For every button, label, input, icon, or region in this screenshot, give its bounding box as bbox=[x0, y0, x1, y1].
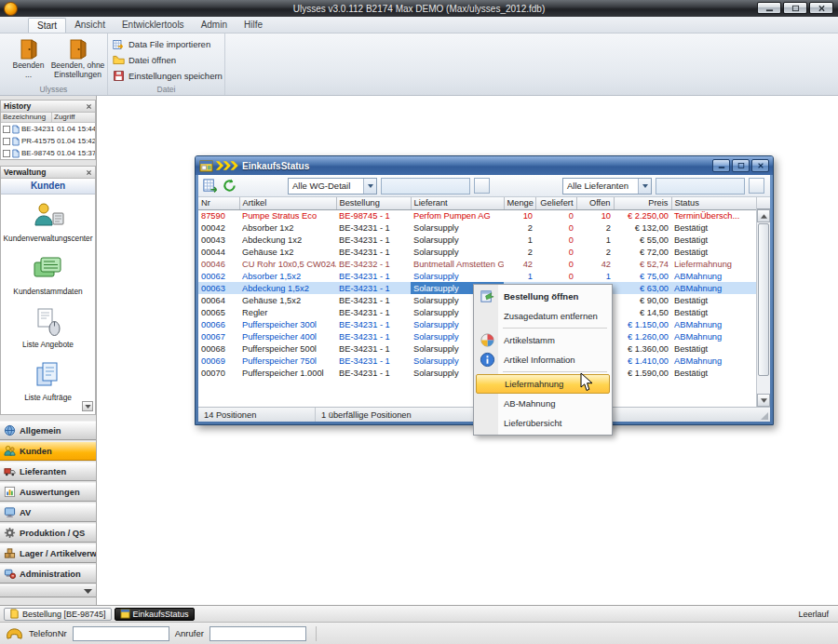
ribbon-button-datei-offnen[interactable]: Datei öffnen bbox=[113, 52, 224, 68]
minimize-button[interactable] bbox=[757, 2, 781, 14]
cell-menge: 1 bbox=[504, 234, 535, 246]
ribbon-button-beenden[interactable]: Beenden... bbox=[4, 35, 53, 79]
scrollbar-header-stub bbox=[757, 197, 770, 209]
wg-search-input[interactable] bbox=[381, 178, 470, 195]
cell-nr: 00063 bbox=[198, 282, 239, 294]
scroll-up-button[interactable] bbox=[757, 209, 770, 222]
nav-item-av[interactable]: AV bbox=[0, 503, 96, 522]
export-grid-icon[interactable] bbox=[202, 178, 218, 194]
menu-item-ab-mahnung[interactable]: AB-Mahnung bbox=[476, 394, 610, 413]
tab-admin[interactable]: Admin bbox=[193, 18, 236, 33]
menu-item-bestellung-offnen[interactable]: Bestellung öffnen bbox=[476, 287, 610, 306]
wg-filter-options-button[interactable] bbox=[474, 178, 490, 194]
history-panel-header[interactable]: History bbox=[1, 101, 95, 113]
history-row-be-98745[interactable]: BE-9874501.04 15:37 bbox=[1, 147, 95, 159]
ribbon-group-datei: Data File importierenDatei öffnenEinstel… bbox=[108, 34, 225, 95]
history-panel: History Bezeichnung Zugriff BE-3423101.0… bbox=[0, 100, 96, 160]
sidebar-item-kundenstammdaten[interactable]: Kundenstammdaten bbox=[1, 251, 95, 304]
mouse-cursor bbox=[580, 372, 593, 392]
nav-item-produktion-qs[interactable]: Produktion / QS bbox=[0, 523, 96, 543]
cell-nr: 00064 bbox=[198, 294, 239, 306]
column-header-lieferant[interactable]: Lieferant bbox=[411, 197, 504, 209]
cell-bestellung: BE-34231 - 1 bbox=[336, 342, 411, 355]
cell-bestellung: BE-98745 - 1 bbox=[336, 209, 411, 221]
cell-artikel: Gehäuse 1x2 bbox=[239, 246, 336, 258]
column-header-geliefert[interactable]: Geliefert bbox=[535, 197, 576, 209]
einkaufsstatus-titlebar[interactable]: EinkaufsStatus bbox=[196, 156, 773, 175]
nav-item-administration[interactable]: Administration bbox=[0, 564, 96, 584]
column-header-menge[interactable]: Menge bbox=[504, 197, 535, 209]
vertical-scrollbar[interactable] bbox=[756, 197, 770, 407]
maximize-button[interactable] bbox=[783, 2, 807, 14]
tab-hilfe[interactable]: Hilfe bbox=[236, 18, 271, 33]
lieferanten-filter-options-button[interactable] bbox=[749, 178, 764, 194]
maximize-button[interactable] bbox=[732, 159, 750, 172]
column-header-nr[interactable]: Nr bbox=[198, 197, 239, 209]
nav-item-auswertungen[interactable]: Auswertungen bbox=[0, 482, 96, 502]
cell-nr: 00068 bbox=[198, 342, 239, 355]
taskbar-tab-einkaufsstatus[interactable]: EinkaufsStatus bbox=[115, 608, 195, 621]
grid-row-00044[interactable]: 00044Gehäuse 1x2BE-34231 - 1Solarsupply2… bbox=[198, 246, 758, 258]
ribbon-button-data-file-importieren[interactable]: Data File importieren bbox=[113, 36, 224, 52]
cell-nr: 00069 bbox=[198, 355, 239, 367]
taskbar-tab-bestellung-be-98745[interactable]: Bestellung [BE-98745] bbox=[4, 608, 112, 621]
column-header-bestellung[interactable]: Bestellung bbox=[336, 197, 411, 209]
close-icon[interactable] bbox=[86, 169, 92, 176]
close-button[interactable] bbox=[809, 2, 833, 14]
scroll-down-button[interactable] bbox=[757, 394, 770, 407]
minimize-button[interactable] bbox=[712, 159, 730, 172]
arrow-up-icon bbox=[761, 214, 767, 219]
close-button[interactable] bbox=[751, 159, 769, 172]
column-header-status[interactable]: Status bbox=[671, 197, 758, 209]
cell-preis: € 132,00 bbox=[614, 221, 671, 234]
grid-row-00046[interactable]: 00046CU Rohr 10x0,5 CW024ABE-34232 - 1Bu… bbox=[198, 258, 758, 270]
verwaltung-panel-header[interactable]: Verwaltung bbox=[1, 167, 95, 179]
sidebar-item-liste-angebote[interactable]: Liste Angebote bbox=[1, 304, 95, 357]
cell-nr: 00067 bbox=[198, 330, 239, 342]
history-row-be-34231[interactable]: BE-3423101.04 15:44 bbox=[1, 123, 95, 135]
sidebar-item-liste-auftrage[interactable]: Liste Aufträge bbox=[1, 357, 95, 410]
close-icon[interactable] bbox=[86, 103, 92, 110]
column-header-preis[interactable]: Preis bbox=[614, 197, 671, 209]
cell-status: Bestätigt bbox=[671, 294, 758, 306]
cell-preis: € 1.590,00 bbox=[614, 367, 671, 379]
ribbon-button-beenden-ohne[interactable]: Beenden, ohneEinstellungen bbox=[53, 35, 102, 79]
scrollbar-thumb[interactable] bbox=[758, 223, 769, 376]
telefonnr-label: TelefonNr bbox=[29, 628, 67, 638]
history-col-zugriff[interactable]: Zugriff bbox=[52, 113, 95, 122]
telefonnr-input[interactable] bbox=[73, 626, 169, 641]
nav-item-allgemein[interactable]: Allgemein bbox=[0, 421, 96, 440]
sidebar-item-kundenverwaltungscenter[interactable]: Kundenverwaltungscenter bbox=[1, 198, 95, 251]
grid-row-00043[interactable]: 00043Abdeckung 1x2BE-34231 - 1Solarsuppl… bbox=[198, 234, 758, 246]
ribbon-button-einstellungen-speichern[interactable]: Einstellungen speichern bbox=[113, 68, 224, 84]
cell-lieferant: Buntmetall Amstetten Ge... bbox=[411, 258, 504, 270]
anrufer-input[interactable] bbox=[210, 626, 306, 641]
column-header-artikel[interactable]: Artikel bbox=[239, 197, 336, 209]
cell-preis: € 1.410,00 bbox=[614, 355, 671, 367]
menu-item-artikelstamm[interactable]: Artikelstamm bbox=[476, 330, 610, 350]
nav-overflow-strip[interactable] bbox=[0, 584, 96, 597]
menu-item-lieferubersicht[interactable]: Lieferübersicht bbox=[476, 413, 610, 433]
nav-item-lager-artikelverwaltung[interactable]: Lager / Artikelverwaltung bbox=[0, 543, 96, 563]
refresh-icon[interactable] bbox=[222, 178, 237, 194]
verwaltung-scroll-down-button[interactable] bbox=[82, 401, 93, 411]
grid-row-00062[interactable]: 00062Absorber 1,5x2BE-34231 - 1Solarsupp… bbox=[198, 270, 758, 282]
tab-start[interactable]: Start bbox=[28, 18, 66, 33]
history-col-bezeichnung[interactable]: Bezeichnung bbox=[1, 113, 52, 122]
lieferanten-filter-combo[interactable]: Alle Lieferanten bbox=[562, 178, 652, 195]
tab-entwicklertools[interactable]: Entwicklertools bbox=[114, 18, 193, 33]
menu-item-zusagedatum-entfernen[interactable]: Zusagedatum entfernen bbox=[476, 306, 610, 326]
wg-filter-combo[interactable]: Alle WG-Detail bbox=[288, 178, 377, 195]
menu-item-artikel-information[interactable]: Artikel Information bbox=[476, 350, 610, 369]
history-row-pr-41575[interactable]: PR-4157501.04 15:42 bbox=[1, 135, 95, 147]
nav-item-kunden[interactable]: Kunden bbox=[0, 441, 96, 461]
column-header-offen[interactable]: Offen bbox=[576, 197, 614, 209]
lieferanten-search-input[interactable] bbox=[656, 178, 745, 195]
tab-ansicht[interactable]: Ansicht bbox=[66, 18, 114, 33]
grid-row-87590[interactable]: 87590Pumpe Stratus EcoBE-98745 - 1Perfom… bbox=[198, 209, 758, 221]
cell-bestellung: BE-34231 - 1 bbox=[336, 367, 411, 379]
cell-artikel: Pufferspeicher 300l bbox=[239, 318, 336, 330]
titlebar[interactable]: Ulysses v3.0.112 B2174 Max DEMO (Max/uly… bbox=[0, 0, 838, 17]
grid-row-00042[interactable]: 00042Absorber 1x2BE-34231 - 1Solarsupply… bbox=[198, 221, 758, 234]
nav-item-lieferanten[interactable]: Lieferanten bbox=[0, 462, 96, 481]
